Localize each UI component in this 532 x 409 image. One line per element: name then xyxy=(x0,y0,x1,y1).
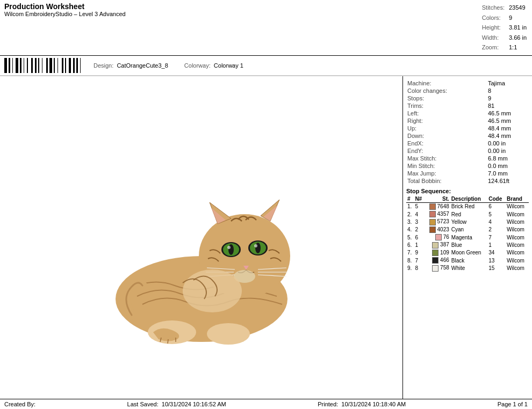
endx-label: EndX: xyxy=(406,140,487,147)
color-changes-value: 8 xyxy=(487,87,529,94)
color-swatch xyxy=(429,203,436,210)
colorway-field: Colorway: Colorway 1 xyxy=(184,62,243,69)
col-st: St. xyxy=(425,195,450,203)
row-num: 8. xyxy=(406,257,414,264)
barcode-bar xyxy=(16,58,18,73)
endy-value: 0.00 in xyxy=(487,147,529,155)
row-st: 7648 xyxy=(425,202,450,210)
design-value: CatOrangeCute3_8 xyxy=(117,62,168,69)
max-jump-label: Max Jump: xyxy=(406,170,487,177)
row-description: Moon Green xyxy=(450,249,487,257)
color-swatch xyxy=(429,219,436,225)
row-brand: Wilcom xyxy=(506,210,529,218)
stop-sequence-table: # N# St. Description Code Brand 1. 5 764… xyxy=(406,195,529,272)
barcode-bar xyxy=(69,58,71,73)
row-st: 4357 xyxy=(425,210,450,218)
cat-image xyxy=(89,133,314,358)
barcode-row: Design: CatOrangeCute3_8 Colorway: Color… xyxy=(0,56,532,76)
col-code: Code xyxy=(487,195,506,203)
table-row: 9. 8 758 White 15 Wilcom xyxy=(406,264,529,272)
svg-point-2 xyxy=(207,323,250,345)
right-label: Right: xyxy=(406,117,487,125)
down-label: Down: xyxy=(406,132,487,140)
row-brand: Wilcom xyxy=(506,241,529,249)
footer: Created By: Last Saved: 10/31/2024 10:16… xyxy=(0,399,532,409)
table-row: 1. 5 7648 Brick Red 6 Wilcom xyxy=(406,202,529,210)
row-n: 9 xyxy=(414,249,425,257)
svg-point-13 xyxy=(228,244,234,255)
row-st: 387 xyxy=(425,241,450,249)
row-n: 1 xyxy=(414,241,425,249)
stops-label: Stops: xyxy=(406,94,487,102)
right-value: 46.5 mm xyxy=(487,117,529,125)
max-stitch-value: 6.8 mm xyxy=(487,155,529,162)
row-st: 4023 xyxy=(425,226,450,233)
row-description: Black xyxy=(450,257,487,264)
left-value: 46.5 mm xyxy=(487,109,529,117)
endx-value: 0.00 in xyxy=(487,140,529,147)
col-num: # xyxy=(406,195,414,203)
row-brand: Wilcom xyxy=(506,218,529,225)
row-st: 109 xyxy=(425,249,450,257)
subtitle: Wilcom EmbroideryStudio – Level 3 Advanc… xyxy=(4,11,126,17)
barcode-bar xyxy=(54,58,55,73)
page-title: Production Worksheet xyxy=(4,2,126,11)
width-value: 3.66 in xyxy=(509,33,527,42)
barcode-bar xyxy=(31,58,33,73)
col-brand: Brand xyxy=(506,195,529,203)
barcode-bar xyxy=(12,58,13,73)
row-num: 7. xyxy=(406,249,414,257)
table-row: 2. 4 4357 Red 5 Wilcom xyxy=(406,210,529,218)
design-field: Design: CatOrangeCute3_8 xyxy=(94,62,168,69)
barcode-bar xyxy=(53,58,54,73)
barcode-bar xyxy=(37,58,38,73)
trims-label: Trims: xyxy=(406,102,487,109)
color-changes-label: Color changes: xyxy=(406,87,487,94)
row-n: 5 xyxy=(414,202,425,210)
barcode-bar xyxy=(38,58,39,73)
row-brand: Wilcom xyxy=(506,233,529,241)
barcode-bar xyxy=(22,58,23,73)
up-value: 48.4 mm xyxy=(487,125,529,132)
barcode-bar xyxy=(27,58,28,73)
trims-value: 81 xyxy=(487,102,529,109)
machine-info-table: Machine: Tajima Color changes: 8 Stops: … xyxy=(406,79,529,185)
barcode-bar xyxy=(78,58,80,73)
colors-value: 9 xyxy=(509,13,527,23)
barcode-bar xyxy=(4,58,7,73)
barcode-bar xyxy=(49,58,52,73)
barcode-bar xyxy=(71,58,73,73)
row-code: 15 xyxy=(487,264,506,272)
right-info-panel: Machine: Tajima Color changes: 8 Stops: … xyxy=(403,76,532,410)
barcode-bar xyxy=(35,58,37,73)
barcode-bar xyxy=(64,58,65,73)
colors-label: Colors: xyxy=(482,13,508,23)
down-value: 48.4 mm xyxy=(487,132,529,140)
svg-point-27 xyxy=(183,269,242,312)
row-description: White xyxy=(450,264,487,272)
row-n: 7 xyxy=(414,257,425,264)
min-stitch-value: 0.0 mm xyxy=(487,162,529,170)
table-row: 7. 9 109 Moon Green 34 Wilcom xyxy=(406,249,529,257)
barcode-bar xyxy=(73,58,75,73)
barcode-bar xyxy=(48,58,49,73)
row-description: Yellow xyxy=(450,218,487,225)
barcode-bar xyxy=(80,58,81,73)
row-description: Magenta xyxy=(450,233,487,241)
barcode-bar xyxy=(42,58,43,73)
height-value: 3.81 in xyxy=(509,23,527,32)
created-by: Created By: xyxy=(4,401,35,407)
header-left: Production Worksheet Wilcom EmbroiderySt… xyxy=(4,2,126,17)
height-label: Height: xyxy=(482,23,508,32)
barcode-bar xyxy=(33,58,34,73)
row-code: 4 xyxy=(487,218,506,225)
row-description: Cyan xyxy=(450,226,487,233)
row-brand: Wilcom xyxy=(506,202,529,210)
last-saved: Last Saved: 10/31/2024 10:16:52 AM xyxy=(127,401,226,407)
barcode-bar xyxy=(75,58,76,73)
barcode-bar xyxy=(19,58,20,73)
embroidery-image-area xyxy=(0,76,403,410)
row-n: 3 xyxy=(414,218,425,225)
last-saved-value: 10/31/2024 10:16:52 AM xyxy=(162,401,226,407)
barcode-bar xyxy=(57,58,59,73)
